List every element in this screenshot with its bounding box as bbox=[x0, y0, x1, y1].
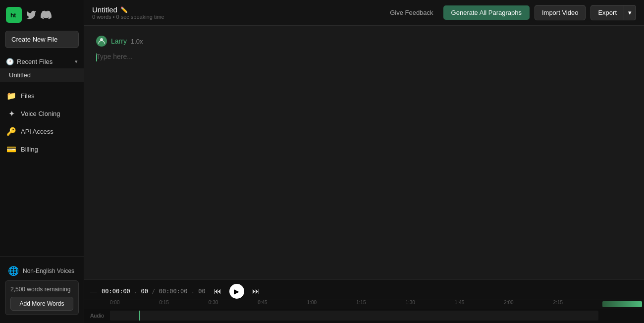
time-total-s: 00 bbox=[180, 288, 187, 295]
social-icons bbox=[26, 9, 52, 20]
sidebar-header: ht bbox=[0, 0, 84, 28]
recent-files-header[interactable]: 🕐 Recent Files ▾ bbox=[0, 55, 84, 68]
sidebar-item-billing[interactable]: 💳 Billing bbox=[0, 140, 84, 158]
sidebar-item-files-label: Files bbox=[21, 92, 34, 100]
recent-files-label: Recent Files bbox=[17, 58, 53, 65]
top-bar-actions: Give Feedback Generate All Paragraphs Im… bbox=[385, 5, 636, 20]
voice-name[interactable]: Larry bbox=[111, 37, 127, 45]
time-current-m: 00 bbox=[112, 288, 119, 295]
twitter-icon[interactable] bbox=[26, 9, 37, 20]
skip-forward-button[interactable]: ⏭ bbox=[249, 284, 263, 298]
discord-icon[interactable] bbox=[41, 9, 52, 20]
ruler-tick: 0:00 bbox=[110, 300, 119, 305]
voice-avatar bbox=[96, 36, 107, 47]
ruler-tick: 1:00 bbox=[307, 300, 317, 305]
track-label: Audio bbox=[90, 313, 110, 319]
player-controls-row: — 00:00:00 . 00 / 00:00:00 . 00 ⏮ ▶ ⏭ bbox=[84, 280, 644, 300]
ruler-tick: 2:00 bbox=[504, 300, 513, 305]
import-button[interactable]: Import Video bbox=[535, 5, 586, 20]
export-dropdown-button[interactable]: ▾ bbox=[624, 5, 636, 20]
timeline-ruler-ticks: 0:000:150:300:451:001:151:301:452:002:15… bbox=[110, 300, 602, 308]
timeline-ruler: 0:000:150:300:451:001:151:301:452:002:15… bbox=[84, 300, 644, 309]
speed-selector[interactable]: 1.0x bbox=[131, 38, 143, 45]
ruler-tick: 1:15 bbox=[356, 300, 366, 305]
chevron-down-icon: ▾ bbox=[75, 58, 78, 65]
sidebar-item-api-access-label: API Access bbox=[21, 128, 54, 135]
text-editor[interactable]: Type here... bbox=[96, 53, 632, 152]
export-chevron-icon: ▾ bbox=[628, 9, 632, 16]
feedback-button[interactable]: Give Feedback bbox=[385, 6, 438, 19]
sidebar-item-api-access[interactable]: 🔑 API Access bbox=[0, 122, 84, 140]
export-button[interactable]: Export bbox=[590, 5, 624, 20]
export-label: Export bbox=[598, 9, 617, 16]
sidebar-item-voice-cloning[interactable]: ✦ Voice Cloning bbox=[0, 105, 84, 122]
files-icon: 📁 bbox=[7, 91, 16, 100]
time-total-ms: 00 bbox=[198, 288, 205, 295]
volume-indicator bbox=[602, 301, 642, 307]
playhead-marker bbox=[139, 311, 140, 321]
api-access-icon: 🔑 bbox=[7, 127, 16, 136]
file-title-area: Untitled ✏️ 0 words • 0 sec speaking tim… bbox=[92, 5, 164, 20]
export-group: Export ▾ bbox=[590, 5, 636, 20]
player-dash: — bbox=[90, 288, 97, 295]
ruler-tick: 0:15 bbox=[159, 300, 168, 305]
ruler-tick: 0:45 bbox=[258, 300, 267, 305]
sidebar-item-billing-label: Billing bbox=[21, 146, 38, 153]
sidebar-item-files[interactable]: 📁 Files bbox=[0, 87, 84, 105]
add-words-button[interactable]: Add More Words bbox=[10, 297, 73, 311]
ruler-tick: 1:30 bbox=[405, 300, 415, 305]
file-title: Untitled bbox=[92, 5, 117, 14]
nav-items: 📁 Files ✦ Voice Cloning 🔑 API Access 💳 B… bbox=[0, 84, 84, 256]
ruler-tick: 1:45 bbox=[455, 300, 464, 305]
top-bar: Untitled ✏️ 0 words • 0 sec speaking tim… bbox=[84, 0, 644, 26]
timeline-track-row: Audio bbox=[84, 309, 644, 323]
track-content[interactable] bbox=[110, 311, 598, 321]
editor-area[interactable]: Larry 1.0x Type here... bbox=[84, 26, 644, 279]
generate-button[interactable]: Generate All Paragraphs bbox=[443, 5, 530, 20]
non-english-voices-button[interactable]: 🌐 Non-English Voices bbox=[5, 262, 79, 280]
play-button[interactable]: ▶ bbox=[229, 284, 244, 299]
sidebar-item-voice-cloning-label: Voice Cloning bbox=[21, 110, 60, 117]
time-total-h: 00 bbox=[159, 288, 166, 295]
skip-back-button[interactable]: ⏮ bbox=[211, 284, 224, 298]
non-english-voices-label: Non-English Voices bbox=[23, 268, 74, 274]
file-meta: 0 words • 0 sec speaking time bbox=[92, 14, 164, 20]
voice-cloning-icon: ✦ bbox=[7, 109, 16, 118]
billing-icon: 💳 bbox=[7, 145, 16, 154]
main-content: Untitled ✏️ 0 words • 0 sec speaking tim… bbox=[84, 0, 644, 323]
recent-files-header-left: 🕐 Recent Files bbox=[6, 58, 53, 65]
time-current-s: 00 bbox=[123, 288, 130, 295]
words-remaining-box: 2,500 words remaining Add More Words bbox=[5, 280, 79, 315]
recent-files-section: 🕐 Recent Files ▾ Untitled bbox=[0, 53, 84, 84]
create-new-button[interactable]: Create New File bbox=[5, 31, 79, 48]
non-english-icon: 🌐 bbox=[8, 266, 19, 276]
words-remaining-text: 2,500 words remaining bbox=[10, 286, 73, 293]
file-title-row: Untitled ✏️ bbox=[92, 5, 164, 14]
sidebar: ht Create New File 🕐 Recent Files ▾ Unti… bbox=[0, 0, 84, 323]
svg-text:ht: ht bbox=[10, 12, 16, 19]
edit-icon[interactable]: ✏️ bbox=[120, 6, 128, 13]
time-current-ms: 00 bbox=[141, 288, 148, 295]
recent-file-item[interactable]: Untitled bbox=[0, 68, 84, 82]
ruler-tick: 2:15 bbox=[553, 300, 563, 305]
ruler-tick: 0:30 bbox=[209, 300, 218, 305]
time-total-m: 00 bbox=[169, 288, 176, 295]
logo-icon: ht bbox=[6, 7, 22, 23]
sidebar-bottom: 🌐 Non-English Voices 2,500 words remaini… bbox=[0, 256, 84, 323]
editor-placeholder: Type here... bbox=[96, 53, 133, 60]
time-display: 00:00:00 . 00 / 00:00:00 . 00 bbox=[102, 288, 206, 295]
player-bar: — 00:00:00 . 00 / 00:00:00 . 00 ⏮ ▶ ⏭ 0:… bbox=[84, 279, 644, 323]
clock-icon: 🕐 bbox=[6, 58, 14, 65]
voice-selector: Larry 1.0x bbox=[96, 36, 632, 47]
time-current-h: 00 bbox=[102, 288, 108, 295]
